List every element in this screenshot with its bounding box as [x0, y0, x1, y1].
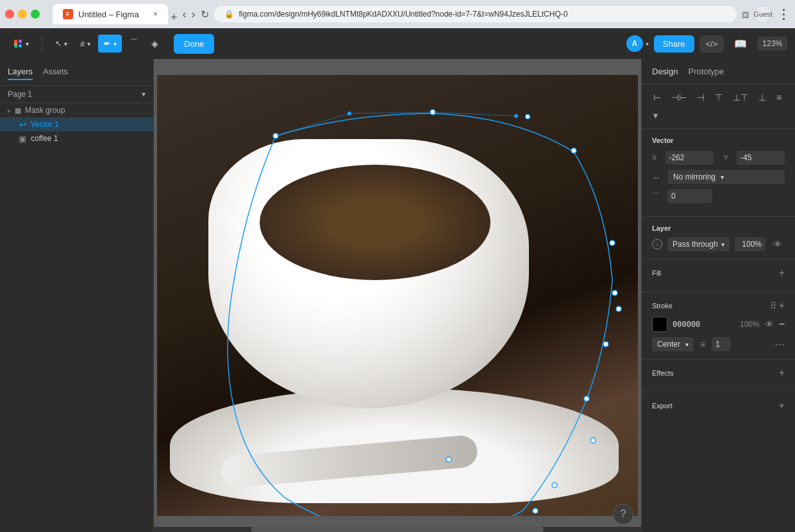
canvas[interactable]: ?: [154, 59, 641, 532]
left-sidebar: Layers Assets Page 1 ▾ ▸ ▦ Mask group ↩ …: [0, 59, 154, 532]
stroke-color-row: 000000 100% 👁 −: [652, 317, 785, 332]
done-button[interactable]: Done: [174, 34, 214, 54]
layer-name-vector: Vector 1: [31, 120, 59, 129]
back-button[interactable]: ‹: [183, 8, 187, 21]
help-button[interactable]: ?: [613, 504, 633, 524]
pen-tool-button[interactable]: ✒ ▾: [98, 35, 122, 53]
coffee-liquid: [260, 165, 490, 280]
layer-row: ○ Pass through ▾ 👁: [652, 237, 785, 251]
align-left-button[interactable]: ⊢: [649, 90, 665, 105]
mirroring-dropdown[interactable]: No mirroring ▾: [668, 170, 785, 184]
stroke-grid-button[interactable]: ⠿: [770, 301, 776, 311]
layer-item-vector[interactable]: ↩ Vector 1: [0, 117, 153, 131]
more-align-button[interactable]: ▾: [649, 108, 662, 123]
assets-tab[interactable]: Assets: [43, 64, 68, 80]
mirroring-icon: ↔: [652, 172, 660, 182]
layer-name-mask: Mask group: [25, 106, 65, 115]
select-tool-button[interactable]: ↖ ▾: [50, 35, 72, 52]
maximize-window-button[interactable]: [31, 10, 40, 19]
add-effect-button[interactable]: +: [779, 367, 785, 379]
avatar-chevron: ▾: [646, 40, 649, 47]
code-icon: </>: [706, 39, 718, 49]
stroke-position-dropdown[interactable]: Center ▾: [652, 337, 694, 351]
canvas-horizontal-scroll[interactable]: [154, 527, 641, 532]
lock-icon: 🔒: [224, 10, 234, 19]
stroke-more-button[interactable]: ⋯: [774, 338, 785, 351]
y-input[interactable]: [737, 151, 785, 165]
paint-tool-button[interactable]: ◈: [146, 35, 163, 53]
close-window-button[interactable]: [5, 10, 14, 19]
pen-icon: ✒: [103, 38, 111, 49]
svg-rect-1: [19, 40, 22, 43]
layer-group-mask[interactable]: ▸ ▦ Mask group: [0, 103, 153, 117]
address-bar[interactable]: 🔒 figma.com/design/mHy69ikdLNTMt8pKdADXX…: [214, 6, 737, 22]
url-text: figma.com/design/mHy69ikdLNTMt8pKdADXXU/…: [239, 10, 568, 19]
image-layer-icon: ▣: [18, 134, 27, 143]
stroke-header: Stroke ⠿ +: [652, 300, 785, 312]
mirroring-row[interactable]: ↔ No mirroring ▾: [652, 170, 785, 184]
browser-menu-button[interactable]: ⋮: [777, 6, 790, 22]
stroke-opacity-value[interactable]: 100%: [740, 320, 760, 329]
frame-tool-button[interactable]: # ▾: [75, 35, 96, 53]
minimize-window-button[interactable]: [18, 10, 27, 19]
frame-chevron: ▾: [87, 40, 90, 47]
fill-title: Fill: [652, 269, 661, 277]
book-icon: 📖: [734, 38, 747, 49]
export-title: Export: [652, 402, 673, 410]
page-selector[interactable]: Page 1 ▾: [0, 86, 153, 103]
stroke-position-value: Center: [657, 340, 680, 349]
forward-button[interactable]: ›: [192, 8, 196, 21]
scroll-thumb[interactable]: [251, 527, 544, 532]
align-right-button[interactable]: ⊣: [693, 90, 708, 105]
blend-chevron: ▾: [721, 241, 724, 248]
new-tab-button[interactable]: +: [171, 11, 178, 24]
corner-input[interactable]: [667, 189, 712, 203]
design-tab[interactable]: Design: [652, 64, 678, 79]
stroke-visibility-button[interactable]: 👁: [765, 319, 774, 329]
mirror-view-button[interactable]: 📖: [729, 34, 752, 54]
stroke-hex-value[interactable]: 000000: [673, 320, 717, 329]
refresh-button[interactable]: ↻: [201, 8, 209, 21]
prototype-tab[interactable]: Prototype: [688, 64, 724, 79]
figma-favicon: F: [63, 9, 73, 19]
stroke-section: Stroke ⠿ + 000000 100% 👁 − Center ▾: [642, 292, 795, 360]
blend-mode-dropdown[interactable]: Pass through ▾: [667, 237, 730, 251]
stroke-color-swatch[interactable]: [652, 317, 667, 332]
svg-point-3: [19, 44, 22, 47]
distribute-button[interactable]: ≡: [773, 90, 785, 105]
zoom-control[interactable]: 123%: [757, 37, 787, 51]
stroke-remove-button[interactable]: −: [779, 319, 785, 330]
separator-1: [42, 36, 42, 51]
main-menu-group: ▾: [8, 35, 34, 53]
paint-icon: ◈: [151, 38, 158, 49]
svg-point-4: [14, 42, 17, 46]
tab-close-button[interactable]: ×: [153, 10, 158, 19]
align-center-v-button[interactable]: ⊥⊤: [729, 90, 752, 105]
layers-tab[interactable]: Layers: [8, 64, 33, 80]
align-top-button[interactable]: ⊤: [711, 90, 726, 105]
marker-tool-button[interactable]: ⌒: [124, 34, 144, 53]
effects-title: Effects: [652, 369, 673, 377]
layer-name-coffee: coffee 1: [31, 134, 58, 143]
layer-item-coffee[interactable]: ▣ coffee 1: [0, 131, 153, 145]
tools-group: ↖ ▾ # ▾ ✒ ▾ ⌒ ◈: [50, 34, 163, 53]
profile-button[interactable]: Guest: [754, 5, 772, 23]
stroke-width-input[interactable]: [712, 337, 731, 351]
browser-tab[interactable]: F Untitled – Figma ×: [53, 4, 168, 24]
opacity-input[interactable]: [735, 237, 766, 251]
bookmark-button[interactable]: ⧈: [742, 8, 749, 21]
address-bar-row: ‹ › ↻ 🔒 figma.com/design/mHy69ikdLNTMt8p…: [183, 5, 790, 23]
page-chevron: ▾: [142, 90, 146, 99]
corner-icon: ⌒: [652, 191, 660, 202]
visibility-toggle[interactable]: 👁: [771, 239, 785, 249]
align-bottom-button[interactable]: ⊥: [755, 90, 770, 105]
add-stroke-button[interactable]: +: [779, 300, 785, 312]
add-fill-button[interactable]: +: [779, 267, 785, 279]
share-button[interactable]: Share: [654, 35, 694, 53]
code-view-button[interactable]: </>: [699, 35, 724, 53]
y-label: Y: [724, 154, 732, 162]
align-center-h-button[interactable]: ⊣⊢: [667, 90, 690, 105]
add-export-button[interactable]: +: [779, 400, 785, 411]
x-input[interactable]: [665, 151, 714, 165]
main-menu-button[interactable]: ▾: [8, 35, 34, 53]
